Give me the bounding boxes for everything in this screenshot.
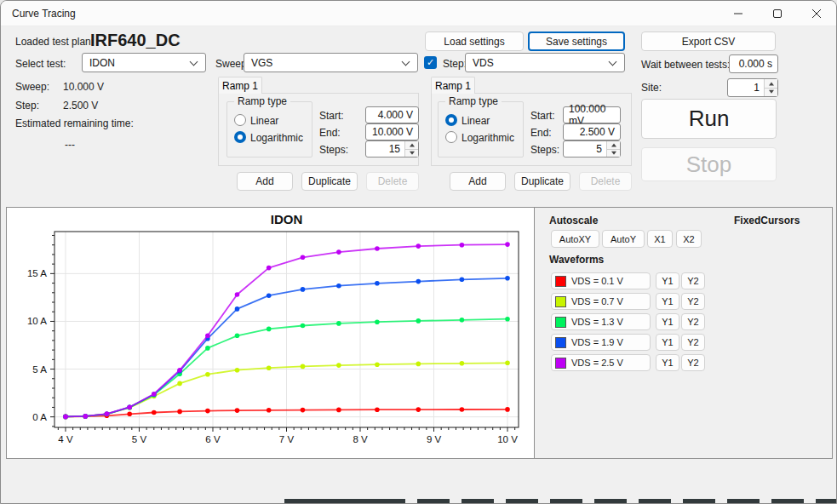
step-add-button[interactable]: Add <box>450 172 506 191</box>
waveform-toggle-button[interactable]: VDS = 0.1 V <box>551 272 651 289</box>
autoy-button[interactable]: AutoY <box>602 230 645 248</box>
step-steps-down-button[interactable] <box>607 150 620 158</box>
waveform-toggle-button[interactable]: VDS = 2.5 V <box>551 354 651 371</box>
y1-button[interactable]: Y1 <box>656 313 679 330</box>
sweep-linear-radio[interactable] <box>234 114 246 126</box>
svg-text:4 V: 4 V <box>58 434 73 444</box>
step-start-label: Start: <box>530 110 555 122</box>
sweep-combo[interactable]: VGS <box>244 53 418 72</box>
run-button[interactable]: Run <box>641 99 777 139</box>
step-end-label: End: <box>530 127 552 139</box>
load-settings-button[interactable]: Load settings <box>425 32 524 51</box>
sweep-steps-up-button[interactable] <box>405 141 418 150</box>
minimize-icon <box>734 9 742 18</box>
spinner-buttons <box>404 141 418 157</box>
step-ramp-type-label: Ramp type <box>445 95 502 107</box>
site-up-button[interactable] <box>765 79 777 89</box>
sweep-delete-button: Delete <box>366 172 419 191</box>
step-label: Step: <box>443 58 467 70</box>
waveform-toggle-button[interactable]: VDS = 1.3 V <box>551 313 651 330</box>
sweep-delete-label: Delete <box>378 175 408 187</box>
sweep-ramp-tab[interactable]: Ramp 1 <box>218 77 262 94</box>
run-label: Run <box>689 106 730 132</box>
results-panels: 4 V5 V6 V7 V8 V9 V10 V0 A5 A10 A15 AIDON… <box>6 207 833 459</box>
window-title: Curve Tracing <box>1 8 76 20</box>
remaining-time-value: --- <box>65 139 75 151</box>
chevron-down-icon <box>402 57 410 66</box>
waveform-label: VDS = 0.1 V <box>571 276 623 286</box>
sweep-ramp-type-groupbox: Ramp type <box>226 101 312 158</box>
y1-button[interactable]: Y1 <box>656 272 679 289</box>
step-linear-radio[interactable] <box>445 114 457 126</box>
step-ramp-tab[interactable]: Ramp 1 <box>431 77 475 94</box>
waveform-toggle-button[interactable]: VDS = 0.7 V <box>551 293 651 310</box>
sweep-add-button[interactable]: Add <box>237 172 293 191</box>
spinner-buttons <box>764 79 777 96</box>
y2-button[interactable]: Y2 <box>681 293 705 310</box>
step-end-input[interactable]: 2.500 V <box>563 123 621 140</box>
minimize-button[interactable] <box>719 1 758 26</box>
y2-button[interactable]: Y2 <box>681 334 705 351</box>
window-controls <box>719 1 836 26</box>
svg-text:0 A: 0 A <box>32 412 47 422</box>
sweep-ramp-tab-label: Ramp 1 <box>222 80 258 92</box>
sweep-combo-value: VGS <box>251 57 272 69</box>
step-combo[interactable]: VDS <box>465 53 625 72</box>
sweep-duplicate-button[interactable]: Duplicate <box>301 172 358 191</box>
step-duplicate-button[interactable]: Duplicate <box>514 172 570 191</box>
waveform-toggle-button[interactable]: VDS = 1.9 V <box>551 334 651 351</box>
step-steps-up-button[interactable] <box>607 141 620 150</box>
step-start-input[interactable]: 100.000 mV <box>563 106 621 123</box>
x1-button[interactable]: X1 <box>647 230 673 248</box>
svg-text:10 A: 10 A <box>27 316 47 326</box>
sweep-linear-label: Linear <box>250 115 278 127</box>
svg-text:9 V: 9 V <box>427 434 442 444</box>
waveform-color-swatch <box>555 296 566 307</box>
y2-button[interactable]: Y2 <box>681 272 705 289</box>
sweep-ramp-type-label: Ramp type <box>234 95 290 107</box>
step-steps-spinner[interactable]: 5 <box>563 140 621 158</box>
close-button[interactable] <box>797 1 836 26</box>
sweep-logarithmic-radio[interactable] <box>234 131 246 143</box>
x2-button[interactable]: X2 <box>676 230 702 248</box>
y1-button[interactable]: Y1 <box>656 334 679 351</box>
sweep-end-input[interactable]: 10.000 V <box>365 123 419 140</box>
step-enabled-checkbox[interactable]: ✓ <box>424 56 437 69</box>
sweep-start-input[interactable]: 4.000 V <box>365 106 419 123</box>
chart-canvas: 4 V5 V6 V7 V8 V9 V10 V0 A5 A10 A15 AIDON <box>7 208 533 458</box>
maximize-button[interactable] <box>758 1 797 26</box>
sweep-steps-value: 15 <box>389 143 400 155</box>
site-down-button[interactable] <box>765 89 777 97</box>
waveforms-heading: Waveforms <box>549 254 604 266</box>
y1-button[interactable]: Y1 <box>656 293 679 310</box>
sweep-steps-down-button[interactable] <box>405 150 418 158</box>
wait-between-tests-input[interactable]: 0.000 s <box>729 54 778 73</box>
sweep-duplicate-label: Duplicate <box>308 175 351 187</box>
y2-button[interactable]: Y2 <box>681 354 705 371</box>
step-logarithmic-radio[interactable] <box>445 131 457 143</box>
curve-chart[interactable]: 4 V5 V6 V7 V8 V9 V10 V0 A5 A10 A15 AIDON <box>7 208 535 458</box>
chart-title: IDON <box>271 212 303 226</box>
save-settings-button[interactable]: Save settings <box>528 32 625 51</box>
waveform-label: VDS = 1.3 V <box>571 317 623 327</box>
y1-button[interactable]: Y1 <box>656 354 679 371</box>
select-test-combo[interactable]: IDON <box>82 53 206 72</box>
autoxy-button[interactable]: AutoXY <box>551 230 599 248</box>
y2-button[interactable]: Y2 <box>681 313 705 330</box>
sweep-logarithmic-label: Logarithmic <box>250 132 303 144</box>
waveform-label: VDS = 0.7 V <box>571 296 623 306</box>
site-value: 1 <box>754 82 760 94</box>
waveform-color-swatch <box>555 358 566 369</box>
spinner-buttons <box>606 141 620 157</box>
export-csv-button[interactable]: Export CSV <box>641 32 776 51</box>
svg-text:5 A: 5 A <box>32 364 47 375</box>
title-bar: Curve Tracing <box>1 1 836 26</box>
step-linear-label: Linear <box>461 115 490 127</box>
step-logarithmic-label: Logarithmic <box>461 132 514 144</box>
step-steps-label: Steps: <box>530 144 559 156</box>
select-test-label: Select test: <box>15 58 66 70</box>
sweep-add-label: Add <box>255 175 273 187</box>
site-spinner[interactable]: 1 <box>727 78 778 97</box>
wait-between-tests-label: Wait between tests: <box>641 59 730 71</box>
sweep-steps-spinner[interactable]: 15 <box>365 140 419 158</box>
